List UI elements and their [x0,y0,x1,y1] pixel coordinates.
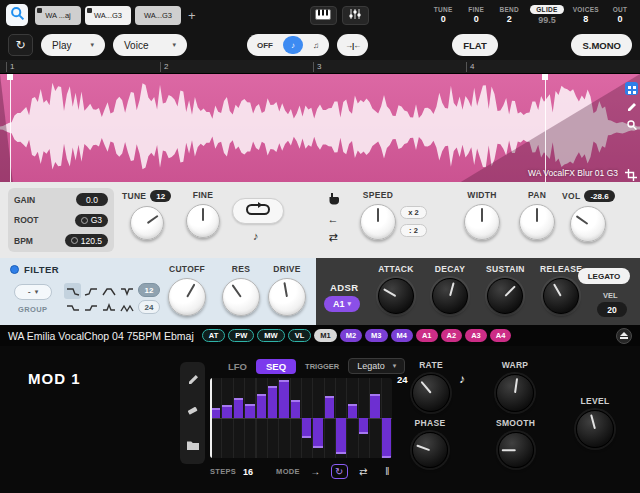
seq-step-bar[interactable] [211,408,220,418]
attack-knob[interactable] [378,278,414,314]
mono-button[interactable]: S.MONO [571,34,632,56]
tune-value[interactable]: 12 [150,190,171,202]
macro-m1-badge[interactable]: M1 [314,329,336,342]
mode-once-button[interactable]: ‖ [379,464,396,479]
edit-button[interactable] [187,371,199,389]
pan-knob[interactable] [519,204,555,240]
loop-mode-button[interactable] [232,198,284,224]
tab-seq[interactable]: SEQ [256,359,296,374]
waveform-display[interactable]: WA VocalFX Blur 01 G3 [0,74,640,182]
seq-step-bar[interactable] [370,394,379,418]
preset-tab-2[interactable]: WA...G3 [85,6,131,25]
aux-a1-badge[interactable]: A1 [416,329,438,342]
mod-source-mw-badge[interactable]: MW [257,329,284,342]
filter-shape-highshelf-button[interactable] [82,300,99,316]
erase-button[interactable] [186,402,199,420]
seq-step-bar[interactable] [257,394,266,418]
global-param-glide[interactable]: GLIDE99.5 [530,5,563,25]
sustain-knob[interactable] [487,278,523,314]
seq-step-bar[interactable] [359,418,368,434]
preset-name[interactable]: WA Emilia VocalChop 04 75BPM Ebmaj [8,330,194,342]
root-value[interactable]: G3 [75,214,108,227]
mode-pingpong-button[interactable]: ⇄ [355,464,372,479]
phase-knob[interactable] [412,432,448,468]
cutoff-knob[interactable] [168,278,206,316]
preset-tab-1[interactable]: WA ...aj [35,6,81,25]
filter-shape-lowshelf-button[interactable] [64,300,81,316]
preset-tab-3[interactable]: WA...G3 [135,6,181,25]
global-param-tune[interactable]: TUNE0 [431,6,455,24]
loop-sync-note-button[interactable]: ♪ [253,230,259,242]
level-knob[interactable] [576,410,614,448]
rate-knob[interactable] [412,374,450,412]
mixer-button[interactable] [342,6,369,25]
drive-knob[interactable] [268,278,306,316]
seq-step-bar[interactable] [348,404,357,418]
slope-24-button[interactable]: 24 [138,300,160,314]
sample-start-marker[interactable] [10,74,11,182]
trigger-dropdown[interactable]: Legato▾ [348,358,405,374]
seq-step-bar[interactable] [291,400,300,418]
arrow-left-icon[interactable]: ← [328,212,339,226]
add-tab-button[interactable]: + [185,8,199,23]
vol-knob[interactable] [570,206,606,242]
draw-button[interactable] [625,100,638,113]
global-param-voices[interactable]: VOICES8 [573,6,599,24]
bpm-value[interactable]: 120.5 [65,234,108,247]
flat-button[interactable]: FLAT [452,34,498,56]
seq-step-bar[interactable] [313,418,322,448]
gain-value[interactable]: 0.0 [76,193,108,206]
vel-value[interactable]: 20 [597,302,627,317]
crop-button[interactable] [625,167,637,179]
warp-knob[interactable] [496,374,534,412]
fine-knob[interactable] [186,204,220,238]
aux-a3-badge[interactable]: A3 [465,329,487,342]
step-sequencer[interactable] [210,378,392,458]
slope-12-button[interactable]: 12 [138,283,160,297]
filter-shape-notch-button[interactable] [118,283,135,299]
sync-off-button[interactable]: OFF [249,36,281,54]
filter-group-dropdown[interactable]: -▾ [14,284,52,300]
rate-sync-note-button[interactable]: ♪ [459,372,465,386]
speed-knob[interactable] [360,204,396,240]
macro-m3-badge[interactable]: M3 [365,329,387,342]
play-mode-dropdown[interactable]: Play▾ [41,34,105,56]
res-knob[interactable] [222,278,260,316]
width-knob[interactable] [464,204,500,240]
mod-source-vl-badge[interactable]: VL [288,329,312,342]
filter-shape-bandpass-button[interactable] [100,283,117,299]
speed-div-button[interactable]: : 2 [400,224,427,237]
speed-mult-button[interactable]: x 2 [400,206,427,219]
macro-m2-badge[interactable]: M2 [340,329,362,342]
sync-triplet-button[interactable]: ♫ [305,36,327,54]
loop-button[interactable]: ↻ [8,34,33,56]
swap-icon[interactable]: ⇄ [328,230,337,244]
aux-a4-badge[interactable]: A4 [490,329,512,342]
seq-step-bar[interactable] [268,386,277,418]
aux-a2-badge[interactable]: A2 [441,329,463,342]
timeline-ruler[interactable]: 1 2 3 4 [0,60,640,74]
filter-shape-peak-button[interactable] [100,300,117,316]
adsr-slot-dropdown[interactable]: A1▾ [324,296,360,312]
filter-shape-lowpass-button[interactable] [64,283,81,299]
seq-step-bar[interactable] [245,404,254,418]
filter-shape-highpass-button[interactable] [82,283,99,299]
seq-step-bar[interactable] [234,398,243,418]
seq-step-bar[interactable] [279,380,288,418]
tab-lfo[interactable]: LFO [228,361,247,372]
smooth-knob[interactable] [498,432,534,468]
seq-step-bar[interactable] [302,418,311,438]
mod-source-at-badge[interactable]: AT [202,329,225,342]
release-knob[interactable] [543,278,579,314]
sample-end-marker[interactable] [545,74,546,182]
app-logo[interactable] [6,4,28,26]
steps-value[interactable]: 16 [243,467,253,477]
seq-step-bar[interactable] [325,396,334,418]
macro-m4-badge[interactable]: M4 [391,329,413,342]
filter-enable-toggle[interactable] [10,265,19,274]
zoom-button[interactable] [625,118,638,131]
snap-grid-button[interactable] [625,82,638,95]
global-param-out[interactable]: OUT0 [608,6,632,24]
mod-depth-value[interactable]: 24 [397,374,408,385]
decay-knob[interactable] [432,278,468,314]
